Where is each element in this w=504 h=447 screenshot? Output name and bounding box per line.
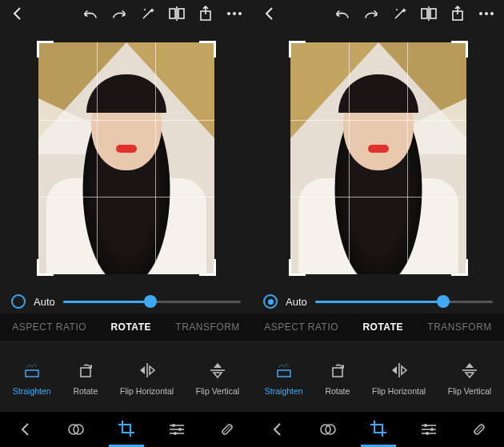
- auto-label: Auto: [286, 296, 307, 308]
- sliders-icon: [168, 422, 186, 437]
- crop-grid-line: [290, 197, 466, 198]
- svg-rect-1: [170, 9, 175, 18]
- svg-point-18: [178, 428, 182, 431]
- svg-rect-24: [430, 9, 436, 18]
- svg-point-17: [172, 424, 175, 427]
- nav-back[interactable]: [260, 413, 295, 445]
- svg-point-7: [238, 12, 242, 15]
- straighten-slider[interactable]: [63, 301, 241, 303]
- fliph-icon: [389, 360, 410, 381]
- image-canvas[interactable]: [0, 27, 252, 289]
- nav-heal[interactable]: [210, 413, 245, 445]
- crop-grid-line: [349, 42, 350, 274]
- auto-radio[interactable]: [11, 294, 26, 309]
- nav-crop[interactable]: [109, 413, 144, 447]
- auto-enhance-icon[interactable]: [140, 6, 156, 22]
- back-icon: [272, 422, 283, 437]
- undo-icon[interactable]: [334, 6, 350, 22]
- nav-back[interactable]: [8, 413, 43, 445]
- tool-label: Straighten: [265, 386, 303, 396]
- crop-handle-tl[interactable]: [289, 41, 306, 58]
- svg-rect-2: [178, 9, 184, 18]
- nav-crop[interactable]: [361, 413, 396, 447]
- straighten-icon: [274, 360, 294, 381]
- tool-flipv[interactable]: Flip Vertical: [196, 360, 239, 396]
- tab-rotate[interactable]: ROTATE: [362, 321, 403, 333]
- nav-adjust[interactable]: [411, 413, 446, 445]
- tool-label: Rotate: [325, 386, 350, 396]
- heal-icon: [219, 421, 235, 437]
- svg-point-27: [479, 12, 482, 15]
- redo-icon[interactable]: [111, 6, 127, 22]
- auto-radio[interactable]: [263, 294, 278, 309]
- more-icon[interactable]: [478, 6, 494, 22]
- slider-thumb[interactable]: [144, 295, 157, 308]
- redo-icon[interactable]: [363, 6, 379, 22]
- svg-line-43: [476, 426, 482, 433]
- share-icon[interactable]: [450, 6, 466, 22]
- crop-icon: [370, 420, 387, 437]
- tab-transform[interactable]: TRANSFORM: [175, 321, 240, 333]
- photo: [38, 42, 214, 274]
- tool-label: Rotate: [73, 386, 98, 396]
- svg-rect-23: [422, 9, 427, 18]
- auto-enhance-icon[interactable]: [392, 6, 408, 22]
- crop-handle-bl[interactable]: [289, 259, 306, 276]
- crop-handle-bl[interactable]: [37, 259, 54, 276]
- tool-flipv[interactable]: Flip Vertical: [448, 360, 491, 396]
- tool-rotate[interactable]: Rotate: [325, 360, 350, 396]
- crop-grid-line: [155, 42, 156, 274]
- nav-looks[interactable]: [310, 413, 346, 445]
- back-icon: [20, 422, 31, 437]
- crop-handle-tr[interactable]: [199, 41, 216, 58]
- tool-label: Flip Vertical: [196, 386, 239, 396]
- tool-fliph[interactable]: Flip Horizontal: [372, 360, 426, 396]
- svg-rect-30: [278, 370, 290, 377]
- nav-adjust[interactable]: [159, 413, 194, 445]
- crop-grid-line: [97, 42, 98, 274]
- tab-transform[interactable]: TRANSFORM: [427, 321, 492, 333]
- crop-grid-line: [290, 120, 466, 121]
- more-icon[interactable]: [226, 6, 242, 22]
- compare-icon[interactable]: [169, 6, 185, 22]
- tool-straighten[interactable]: Straighten: [265, 360, 303, 396]
- svg-rect-9: [81, 368, 90, 377]
- looks-icon: [67, 422, 85, 437]
- crop-handle-tr[interactable]: [451, 41, 468, 58]
- crop-grid-line: [38, 120, 214, 121]
- back-icon[interactable]: [262, 6, 278, 22]
- rotate-icon: [75, 360, 96, 381]
- rotate-icon: [327, 360, 348, 381]
- nav-heal[interactable]: [462, 413, 497, 445]
- tool-rotate[interactable]: Rotate: [73, 360, 98, 396]
- svg-point-5: [227, 12, 230, 15]
- back-icon[interactable]: [10, 6, 26, 22]
- crop-handle-br[interactable]: [451, 259, 468, 276]
- image-canvas[interactable]: [252, 27, 504, 289]
- compare-icon[interactable]: [421, 6, 437, 22]
- tool-label: Flip Horizontal: [120, 386, 174, 396]
- tab-aspect-ratio[interactable]: ASPECT RATIO: [12, 321, 86, 333]
- tool-label: Flip Horizontal: [372, 386, 426, 396]
- heal-icon: [471, 421, 487, 437]
- tool-fliph[interactable]: Flip Horizontal: [120, 360, 174, 396]
- svg-rect-31: [333, 368, 342, 377]
- looks-icon: [319, 422, 337, 437]
- svg-point-39: [424, 424, 427, 427]
- straighten-slider[interactable]: [315, 301, 493, 303]
- crop-icon: [118, 420, 135, 437]
- svg-point-41: [426, 432, 429, 435]
- slider-thumb[interactable]: [437, 295, 450, 308]
- tab-rotate[interactable]: ROTATE: [110, 321, 151, 333]
- undo-icon[interactable]: [82, 6, 98, 22]
- straighten-icon: [22, 360, 42, 381]
- tab-aspect-ratio[interactable]: ASPECT RATIO: [264, 321, 338, 333]
- crop-handle-br[interactable]: [199, 259, 216, 276]
- nav-looks[interactable]: [58, 413, 94, 445]
- share-icon[interactable]: [198, 6, 214, 22]
- svg-rect-8: [26, 370, 38, 377]
- tool-straighten[interactable]: Straighten: [13, 360, 51, 396]
- svg-point-6: [233, 12, 236, 15]
- crop-handle-tl[interactable]: [37, 41, 54, 58]
- crop-grid-line: [38, 197, 214, 198]
